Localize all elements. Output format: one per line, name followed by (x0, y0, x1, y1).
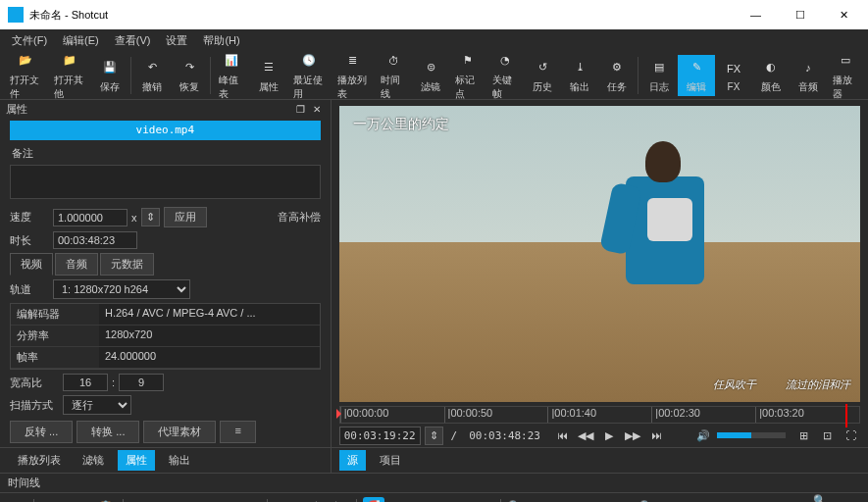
toolbar-peaks[interactable]: 📊峰值表 (213, 48, 250, 103)
btab-filters[interactable]: 滤镜 (75, 450, 112, 471)
preview-tabs: 源 项目 (332, 447, 868, 473)
transport-controls: 00:03:19:22 ⇕ / 00:03:48:23 ⏮ ◀◀ ▶ ▶▶ ⏭ … (332, 424, 868, 447)
tl-ripple-all-icon[interactable]: ⊚ (445, 497, 467, 503)
aspect-w-input[interactable] (63, 374, 108, 391)
skip-start-button[interactable]: ⏮ (552, 427, 572, 444)
menu-view[interactable]: 查看(V) (107, 31, 159, 50)
tl-marker-icon[interactable]: ⚑▾ (274, 497, 295, 503)
toolbar-edit[interactable]: ✎编辑 (678, 55, 715, 96)
toolbar-log[interactable]: ▤日志 (640, 55, 678, 96)
toolbar-timeline[interactable]: ⏱时间线 (375, 48, 412, 103)
framerate-label: 帧率 (11, 347, 99, 368)
notes-textarea[interactable] (10, 165, 321, 199)
tl-prev-marker-icon[interactable]: 〈 (301, 497, 323, 503)
codec-value: H.264 / AVC / MPEG-4 AVC / ... (99, 304, 320, 325)
proxy-button[interactable]: 代理素材 (143, 421, 216, 443)
rtab-project[interactable]: 项目 (372, 450, 409, 471)
forward-button[interactable]: ▶▶ (623, 427, 642, 444)
toolbar-keyframes[interactable]: ◔关键帧 (486, 48, 524, 103)
video-preview[interactable]: 一万公里的约定 任风吹干流过的泪和汗 (339, 106, 860, 402)
tab-video[interactable]: 视频 (10, 253, 53, 276)
preview-ruler[interactable]: |00:00:00 |00:00:50 |00:01:40 |00:02:30 … (339, 406, 860, 424)
aspect-h-input[interactable] (119, 374, 164, 391)
btab-export[interactable]: 输出 (161, 450, 198, 471)
tl-zoom-out-icon[interactable]: 🔍− (507, 497, 529, 503)
fx-icon: FX (723, 58, 744, 79)
btab-properties[interactable]: 属性 (118, 450, 155, 471)
tab-audio[interactable]: 音频 (55, 253, 98, 276)
tl-split-icon[interactable]: ⫠ (239, 497, 261, 503)
toolbar-redo[interactable]: ↷恢复 (171, 55, 208, 96)
toolbar-jobs[interactable]: ⚙任务 (598, 55, 636, 96)
tab-metadata[interactable]: 元数据 (100, 253, 154, 276)
tl-scrub-icon[interactable]: 👁 (390, 497, 412, 503)
titlebar: 未命名 - Shotcut — ☐ ✕ (0, 0, 868, 29)
maximize-button[interactable]: ☐ (778, 1, 822, 28)
tl-ripple-markers-icon[interactable]: ⧗ (473, 497, 494, 503)
tl-menu-icon[interactable]: ≡ (6, 497, 27, 503)
timeline-toolbar: ≡ ✂ ⧉ 📋 ＋▾ −▾ ⤴ ⇥ ⫠ ⚑▾ 〈 〉 🧲 👁 ◎ ⊚ ⧗ 🔍− … (0, 492, 868, 502)
panel-close-icon[interactable]: ✕ (309, 104, 325, 115)
menu-button[interactable]: ≡ (220, 421, 255, 443)
tl-cut-icon[interactable]: ✂ (40, 497, 62, 503)
toolbar-player[interactable]: ▭播放器 (827, 48, 864, 103)
btab-playlist[interactable]: 播放列表 (10, 450, 69, 471)
tl-overwrite-icon[interactable]: ⇥ (212, 497, 233, 503)
toolbar-recent[interactable]: 🕓最近使用 (287, 48, 332, 103)
convert-button[interactable]: 转换 ... (77, 421, 139, 443)
player-icon: ▭ (835, 50, 856, 72)
speed-stepper[interactable]: ⇕ (141, 208, 160, 226)
toolbar-export[interactable]: ⤓输出 (561, 55, 598, 96)
toolbar-playlist[interactable]: ≣播放列表 (332, 48, 376, 103)
menu-settings[interactable]: 设置 (158, 31, 195, 50)
toolbar-undo[interactable]: ↶撤销 (133, 55, 171, 96)
toolbar-props[interactable]: ☰属性 (250, 55, 287, 96)
rewind-button[interactable]: ◀◀ (576, 427, 595, 444)
close-button[interactable]: ✕ (822, 1, 866, 28)
file-name: video.mp4 (10, 121, 321, 140)
tl-lift-icon[interactable]: ⤴ (184, 497, 206, 503)
toolbar-audio[interactable]: ♪音频 (790, 55, 827, 96)
toolbar-markers[interactable]: ⚑标记点 (449, 48, 486, 103)
toolbar-history[interactable]: ↺历史 (524, 55, 561, 96)
toolbar-save[interactable]: 💾保存 (91, 55, 128, 96)
panel-popout-icon[interactable]: ❐ (292, 104, 309, 115)
tl-record-icon[interactable]: ▣ (841, 497, 862, 503)
tl-paste-icon[interactable]: 📋 (95, 497, 117, 503)
tl-zoom-in-icon[interactable]: 🔍+ (638, 497, 660, 503)
tl-add-icon[interactable]: ＋▾ (129, 497, 151, 503)
apply-button[interactable]: 应用 (164, 207, 207, 227)
tl-copy-icon[interactable]: ⧉ (68, 497, 89, 503)
tl-snap-icon[interactable]: 🧲 (363, 497, 384, 503)
toolbar-color[interactable]: ◐颜色 (752, 55, 790, 96)
rtab-source[interactable]: 源 (339, 450, 366, 471)
tc-stepper[interactable]: ⇕ (425, 427, 443, 445)
play-button[interactable]: ▶ (599, 427, 619, 444)
current-timecode[interactable]: 00:03:19:22 (339, 427, 421, 445)
export-icon: ⤓ (569, 57, 590, 78)
grid-icon[interactable]: ⊞ (793, 427, 813, 444)
zoom-icon[interactable]: ⊡ (817, 427, 837, 444)
minimize-button[interactable]: — (734, 1, 778, 28)
timeline-title: 时间线 (8, 477, 40, 488)
toolbar-filters[interactable]: ⊜滤镜 (412, 55, 449, 96)
tl-next-marker-icon[interactable]: 〉 (329, 497, 350, 503)
track-select[interactable]: 1: 1280x720 h264 (53, 279, 190, 299)
skip-end-button[interactable]: ⏭ (646, 427, 666, 444)
playhead-marker[interactable] (845, 404, 847, 427)
tl-remove-icon[interactable]: −▾ (157, 497, 179, 503)
pitch-label[interactable]: 音高补偿 (278, 210, 321, 225)
speed-input[interactable] (53, 209, 128, 226)
toolbar-folder-open[interactable]: 📂打开文件 (4, 48, 48, 103)
tl-zoom-fit-icon[interactable]: 🔍⤢ (813, 497, 835, 503)
volume-icon[interactable]: 🔊 (693, 427, 713, 444)
toolbar-fx[interactable]: FXFX (715, 56, 752, 94)
scan-select[interactable]: 逐行 (63, 395, 131, 415)
reverse-button[interactable]: 反转 ... (10, 421, 73, 443)
duration-input[interactable] (53, 231, 137, 249)
volume-slider[interactable] (717, 432, 786, 438)
fullscreen-icon[interactable]: ⛶ (841, 427, 860, 444)
toolbar-folder-plus[interactable]: 📁打开其他 (48, 48, 92, 103)
log-icon: ▤ (648, 57, 670, 78)
tl-ripple-icon[interactable]: ◎ (418, 497, 439, 503)
